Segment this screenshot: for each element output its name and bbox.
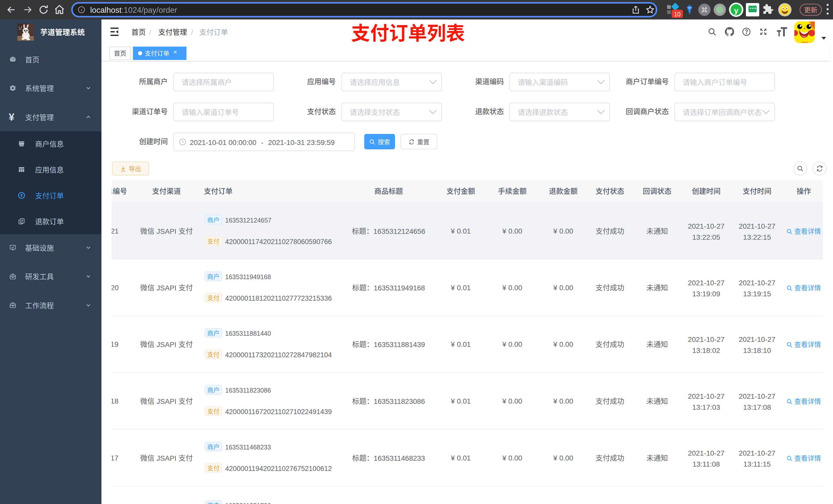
svg-text:¥: ¥ [20, 193, 23, 198]
